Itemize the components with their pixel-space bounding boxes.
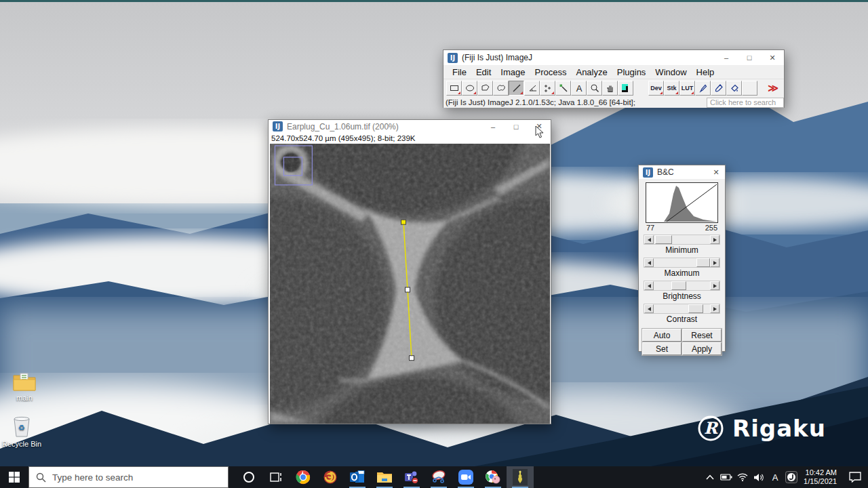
dev-scripts-tool[interactable]: Dev bbox=[648, 81, 664, 96]
taskbar-imagej-button[interactable] bbox=[507, 466, 534, 488]
line-tool-selected[interactable] bbox=[509, 81, 524, 96]
oval-tool[interactable] bbox=[462, 81, 477, 96]
micrograph-image bbox=[270, 144, 550, 424]
folder-icon bbox=[12, 371, 37, 392]
slider-right-arrow[interactable] bbox=[710, 281, 719, 290]
maximize-button[interactable]: □ bbox=[738, 50, 761, 65]
tray-chevron-up-icon[interactable] bbox=[702, 466, 718, 488]
taskbar-search-box[interactable] bbox=[28, 466, 229, 488]
slider-thumb[interactable] bbox=[696, 258, 710, 267]
slider-right-arrow[interactable] bbox=[710, 258, 719, 267]
stacks-tool[interactable]: Stk bbox=[664, 81, 679, 96]
minimum-slider[interactable] bbox=[644, 235, 720, 245]
slider-track[interactable] bbox=[654, 304, 710, 313]
slider-track[interactable] bbox=[654, 235, 710, 244]
brightness-slider[interactable] bbox=[644, 281, 720, 291]
wifi-icon[interactable] bbox=[734, 466, 751, 488]
action-center-button[interactable] bbox=[842, 466, 868, 488]
tray-imagej-icon[interactable] bbox=[783, 466, 800, 488]
slider-track[interactable] bbox=[654, 258, 710, 267]
desktop-icon-main[interactable]: main bbox=[0, 371, 49, 402]
paintbrush-tool[interactable] bbox=[711, 81, 726, 96]
slider-left-arrow[interactable] bbox=[644, 281, 654, 290]
taskbar-outlook-button[interactable] bbox=[344, 466, 371, 488]
point-tool[interactable] bbox=[540, 81, 555, 96]
battery-icon[interactable] bbox=[718, 466, 734, 488]
text-tool[interactable]: A bbox=[571, 81, 587, 96]
histogram-range-labels: 77 255 bbox=[646, 224, 718, 232]
zoom-tool[interactable] bbox=[587, 81, 602, 96]
desktop-icon-recycle-bin[interactable]: ♻ Recycle Bin bbox=[0, 416, 46, 448]
apply-button[interactable]: Apply bbox=[682, 342, 722, 355]
taskbar-search-input[interactable] bbox=[52, 472, 201, 483]
line-handle-start[interactable] bbox=[401, 220, 406, 224]
angle-tool[interactable] bbox=[524, 81, 540, 96]
imagej-title-bar[interactable]: IJ (Fiji Is Just) ImageJ – □ ✕ bbox=[443, 50, 784, 65]
taskbar-browser-profile-button[interactable] bbox=[479, 466, 507, 488]
bc-title-bar[interactable]: IJ B&C ✕ bbox=[639, 165, 725, 179]
cortana-button[interactable] bbox=[235, 466, 262, 488]
slider-thumb[interactable] bbox=[671, 281, 686, 290]
set-button[interactable]: Set bbox=[642, 342, 682, 355]
menu-file[interactable]: File bbox=[448, 67, 471, 77]
auto-button[interactable]: Auto bbox=[642, 329, 682, 342]
close-button[interactable]: ✕ bbox=[707, 165, 725, 179]
flood-fill-tool[interactable] bbox=[726, 81, 742, 96]
menu-plugins[interactable]: Plugins bbox=[612, 67, 651, 77]
taskbar-chameleon-app-button[interactable] bbox=[317, 466, 344, 488]
line-handle-middle[interactable] bbox=[406, 287, 410, 292]
clock-time: 10:42 AM bbox=[804, 468, 837, 477]
contrast-slider[interactable] bbox=[644, 304, 720, 314]
freehand-tool[interactable] bbox=[493, 81, 509, 96]
taskbar-clock[interactable]: 10:42 AM 1/15/2021 bbox=[800, 468, 842, 486]
taskbar-snip-app-button[interactable] bbox=[425, 466, 452, 488]
language-indicator[interactable]: A bbox=[767, 466, 783, 488]
imagej-search-input[interactable] bbox=[707, 98, 784, 108]
slider-right-arrow[interactable] bbox=[710, 235, 719, 244]
taskbar-chrome-button[interactable] bbox=[290, 466, 317, 488]
menu-window[interactable]: Window bbox=[650, 67, 691, 77]
reset-button[interactable]: Reset bbox=[682, 329, 722, 342]
more-tools-button[interactable]: ≫ bbox=[768, 82, 778, 94]
menu-help[interactable]: Help bbox=[692, 67, 719, 77]
slider-thumb[interactable] bbox=[688, 304, 703, 313]
imagej-app-icon: IJ bbox=[448, 53, 458, 63]
polygon-tool[interactable] bbox=[477, 81, 493, 96]
image-canvas[interactable] bbox=[270, 144, 550, 424]
rigaku-emblem-icon: R bbox=[697, 415, 724, 442]
bc-window-title: B&C bbox=[657, 167, 707, 177]
start-button[interactable] bbox=[0, 466, 28, 488]
menu-process[interactable]: Process bbox=[530, 67, 572, 77]
slider-track[interactable] bbox=[654, 281, 710, 290]
rectangle-tool[interactable] bbox=[446, 81, 462, 96]
wand-tool[interactable] bbox=[555, 81, 571, 96]
volume-icon[interactable] bbox=[751, 466, 767, 488]
task-view-button[interactable] bbox=[262, 466, 290, 488]
hand-tool[interactable] bbox=[602, 81, 618, 96]
menu-edit[interactable]: Edit bbox=[471, 67, 496, 77]
menu-image[interactable]: Image bbox=[496, 67, 530, 77]
menu-analyze[interactable]: Analyze bbox=[571, 67, 612, 77]
minimize-button[interactable]: – bbox=[715, 50, 738, 65]
taskbar-file-explorer-button[interactable] bbox=[371, 466, 398, 488]
system-tray: A 10:42 AM 1/15/2021 bbox=[702, 466, 868, 488]
slider-right-arrow[interactable] bbox=[710, 304, 719, 313]
dropdown-corner-icon bbox=[520, 92, 523, 94]
slider-thumb[interactable] bbox=[655, 235, 672, 244]
maximize-button[interactable]: □ bbox=[505, 120, 528, 133]
taskbar-zoom-button[interactable] bbox=[452, 466, 479, 488]
slider-left-arrow[interactable] bbox=[644, 304, 654, 313]
taskbar-teams-button[interactable] bbox=[398, 466, 425, 488]
lut-tool[interactable]: LUT bbox=[679, 81, 695, 96]
image-window-title-bar[interactable]: IJ Earplug_Cu_1.06um.tif (200%) – □ ✕ bbox=[269, 120, 551, 133]
imagej-window-title: (Fiji Is Just) ImageJ bbox=[462, 53, 715, 62]
minimize-button[interactable]: – bbox=[481, 120, 505, 133]
maximum-slider[interactable] bbox=[644, 258, 720, 268]
dropdown-corner-icon bbox=[660, 92, 663, 94]
line-handle-end[interactable] bbox=[410, 356, 414, 361]
slider-left-arrow[interactable] bbox=[644, 235, 654, 244]
close-button[interactable]: ✕ bbox=[761, 50, 784, 65]
slider-left-arrow[interactable] bbox=[644, 258, 654, 267]
pencil-tool[interactable] bbox=[695, 81, 711, 96]
color-picker-tool[interactable] bbox=[618, 81, 633, 96]
